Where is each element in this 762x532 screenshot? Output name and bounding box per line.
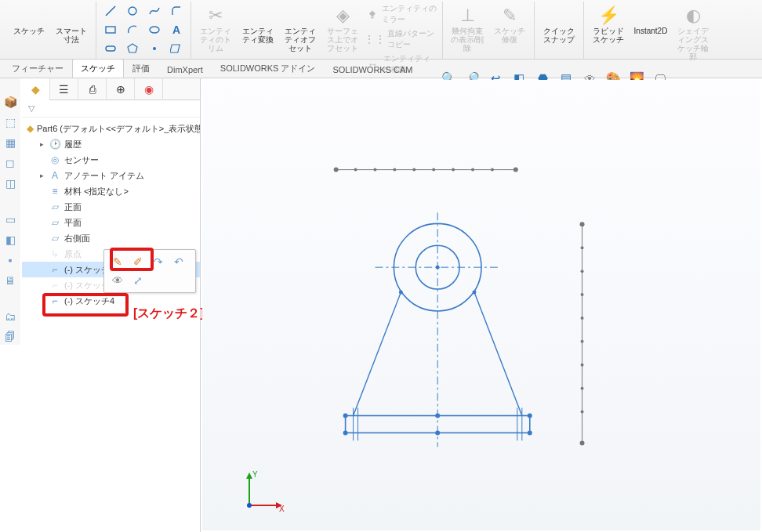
svg-text:X: X [279, 505, 285, 513]
rail-capture-icon[interactable]: 🗐 [2, 329, 18, 345]
svg-point-50 [436, 266, 440, 270]
ribbon-group-sketch: スケッチ スマート寸法 [5, 2, 96, 59]
sketch-node-icon: ⌐ [49, 264, 61, 275]
tab-sketch[interactable]: スケッチ [72, 59, 124, 78]
tree-top-plane[interactable]: ▱ 平面 [22, 215, 200, 230]
svg-point-47 [435, 414, 440, 418]
svg-point-48 [399, 291, 403, 295]
rail-face-icon[interactable]: ◧ [2, 232, 18, 248]
zoom-to-icon[interactable]: ⤢ [131, 273, 145, 288]
svg-point-27 [581, 364, 584, 367]
tab-dimxpert[interactable]: DimXpert [158, 61, 212, 78]
rail-config-icon[interactable]: 🗂 [2, 309, 18, 324]
part-icon: ◆ [27, 123, 34, 134]
shading-icon: ◐ [686, 5, 701, 27]
rail-drawing-icon[interactable]: ▦ [2, 135, 18, 150]
trim-button[interactable]: ✂ エンティティのトリム [196, 3, 235, 54]
mirror-tool[interactable]: ⧪ [365, 6, 379, 22]
expand-icon[interactable]: ▸ [38, 172, 45, 179]
svg-point-23 [581, 270, 584, 273]
svg-point-46 [435, 430, 440, 435]
history-icon: 🕑 [49, 139, 61, 150]
rail-cube-icon[interactable]: ◫ [2, 176, 18, 191]
svg-point-26 [581, 340, 584, 343]
tree-material[interactable]: ≡ 材料 <指定なし> [22, 183, 200, 199]
constraint-button[interactable]: ⊥ 幾何拘束の表示/削除 [448, 3, 487, 54]
smart-dimension-button[interactable]: スマート寸法 [52, 3, 91, 45]
edit-sketch-plane-icon[interactable]: ✐ [131, 255, 145, 269]
ribbon-group-snap: · クイックスナップ [535, 2, 584, 59]
edit-sketch-icon[interactable]: ✎ [111, 255, 125, 269]
ribbon-group-rapid: ⚡ ラピッドスケッチ Instant2D ◐ シェイディングスケッチ輪郭 [584, 2, 717, 59]
filter-icon[interactable]: ▽ [28, 103, 34, 114]
svg-line-35 [354, 292, 401, 415]
tree-history[interactable]: ▸ 🕑 履歴 [22, 136, 200, 152]
shading-button[interactable]: ◐ シェイディングスケッチ輪郭 [673, 3, 713, 63]
rectangle-tool[interactable] [101, 22, 120, 38]
rail-part-icon[interactable]: 📦 [2, 94, 18, 110]
svg-rect-1 [106, 27, 115, 33]
rapid-sketch-button[interactable]: ⚡ ラピッドスケッチ [589, 3, 628, 45]
spline-tool[interactable] [145, 3, 164, 19]
svg-point-24 [581, 293, 584, 296]
tree-right-plane[interactable]: ▱ 右側面 [22, 230, 200, 246]
circle-tool[interactable] [123, 3, 142, 19]
ribbon-group-constraint: ⊥ 幾何拘束の表示/削除 ✎ スケッチ修復 [443, 2, 535, 59]
undo-icon[interactable]: ↶ [172, 255, 186, 269]
normal-to-icon[interactable]: ↷ [151, 255, 165, 269]
rail-assembly-icon[interactable]: ⬚ [2, 114, 18, 130]
svg-line-36 [474, 292, 522, 415]
rail-vertex-icon[interactable]: ▪ [2, 252, 18, 268]
tree-front-plane[interactable]: ▱ 正面 [22, 199, 200, 215]
tab-addin[interactable]: SOLIDWORKS アドイン [212, 59, 325, 78]
panel-tab-property[interactable]: ☰ [50, 78, 78, 100]
panel-tab-config[interactable]: ⎙ [78, 78, 107, 100]
slot-tool[interactable] [101, 41, 120, 56]
panel-tab-display[interactable]: ◉ [135, 78, 163, 100]
line-tool[interactable] [101, 3, 120, 19]
trim-icon: ✂ [209, 5, 223, 27]
panel-tabs: ◆ ☰ ⎙ ⊕ ◉ [22, 78, 200, 100]
linear-pattern-tool[interactable]: ⋮⋮ [365, 31, 384, 47]
arc-tool[interactable] [123, 22, 142, 38]
material-icon: ≡ [49, 186, 61, 197]
tree-sensor[interactable]: ◎ センサー [22, 152, 200, 168]
text-tool[interactable]: A [167, 22, 186, 38]
sketch-button[interactable]: スケッチ [9, 3, 49, 37]
svg-point-3 [129, 7, 136, 15]
svg-point-57 [247, 503, 252, 508]
panel-tab-feature[interactable]: ◆ [22, 78, 50, 100]
svg-point-25 [581, 317, 584, 320]
tree-annotation[interactable]: ▸ A アノテート アイテム [22, 168, 200, 183]
expand-icon[interactable]: ▸ [38, 140, 45, 148]
rail-display-icon[interactable]: 🖥 [2, 273, 18, 288]
repair-button[interactable]: ✎ スケッチ修復 [490, 3, 529, 45]
ellipse-tool[interactable] [145, 22, 164, 38]
tab-cam[interactable]: SOLIDWORKS CAM [324, 61, 421, 78]
ribbon-toolbar: スケッチ スマート寸法 A [0, 0, 762, 60]
tab-feature[interactable]: フィーチャー [3, 59, 72, 78]
graphics-canvas[interactable]: Y X [202, 80, 760, 530]
rail-body-icon[interactable]: ◻ [2, 155, 18, 171]
polygon-tool[interactable] [123, 41, 142, 56]
offset-button[interactable]: エンティティオフセット [281, 3, 320, 54]
origin-icon: ↳ [49, 248, 61, 259]
svg-point-19 [513, 168, 518, 172]
svg-rect-7 [170, 45, 180, 52]
tree-root[interactable]: ◆ Part6 (デフォルト<<デフォルト>_表示状態 1> [22, 121, 200, 136]
rail-edge-icon[interactable]: ▭ [2, 212, 18, 227]
fillet-tool[interactable] [167, 3, 186, 19]
svg-point-29 [581, 411, 584, 414]
svg-point-15 [432, 168, 435, 172]
point-tool[interactable] [145, 41, 164, 56]
convert-button[interactable]: エンティティ変換 [238, 3, 278, 45]
svg-point-30 [580, 440, 585, 445]
panel-tab-dimxpert[interactable]: ⊕ [107, 78, 135, 100]
plane-tool[interactable] [167, 41, 186, 56]
quicksnap-button[interactable]: · クイックスナップ [539, 3, 579, 45]
tab-evaluate[interactable]: 評価 [124, 59, 158, 78]
hide-icon[interactable]: 👁 [111, 273, 125, 288]
instant2d-button[interactable]: Instant2D [631, 3, 670, 37]
surface-offset-button[interactable]: ◈ サーフェス上でオフセット [323, 3, 362, 54]
svg-rect-2 [106, 46, 115, 51]
